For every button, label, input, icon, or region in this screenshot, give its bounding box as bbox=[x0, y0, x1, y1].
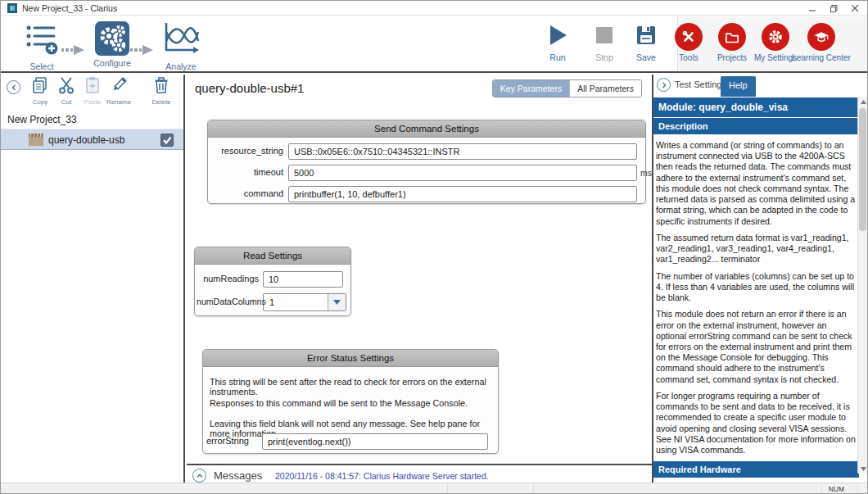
item-checkbox[interactable] bbox=[160, 134, 174, 147]
configure-gears-icon bbox=[95, 21, 129, 56]
test-title: query-double-usb#1 bbox=[195, 81, 304, 95]
select-list-icon bbox=[25, 44, 59, 58]
status-divider bbox=[821, 485, 822, 492]
tools-icon bbox=[675, 23, 703, 51]
command-input[interactable] bbox=[288, 186, 637, 202]
scroll-up-icon[interactable] bbox=[858, 97, 868, 107]
help-tabs: Test Settings Help bbox=[653, 75, 867, 97]
numdatacolumns-label: numDataColumns bbox=[197, 297, 260, 306]
paste-icon bbox=[84, 83, 102, 97]
pencil-icon bbox=[110, 83, 128, 97]
copy-icon bbox=[31, 83, 49, 97]
analyze-chart-icon bbox=[162, 44, 200, 58]
error-status-settings-group: Error Status Settings This string will b… bbox=[202, 349, 499, 454]
command-label: command bbox=[208, 188, 283, 198]
save-floppy-icon bbox=[635, 34, 657, 48]
description-header: Description bbox=[653, 118, 859, 134]
status-divider bbox=[857, 485, 858, 492]
messages-text: 2020/11/16 - 08:41:57: Clarius Hardware … bbox=[275, 471, 489, 481]
status-divider bbox=[533, 485, 534, 492]
app-icon bbox=[7, 3, 17, 13]
run-button[interactable]: Run bbox=[537, 25, 578, 62]
key-parameters-tab[interactable]: Key Parameters bbox=[493, 80, 569, 97]
close-button[interactable] bbox=[846, 2, 864, 14]
status-divider bbox=[447, 485, 448, 492]
resource-string-label: resource_string bbox=[208, 146, 283, 156]
read-settings-group: Read Settings numReadings 1 numDataColum… bbox=[194, 247, 351, 316]
stop-label: Stop bbox=[584, 52, 625, 62]
chevron-down-icon[interactable] bbox=[328, 294, 346, 310]
timeout-input[interactable] bbox=[288, 165, 637, 181]
nav-select-label: Select bbox=[16, 61, 68, 71]
description-paragraph: For longer programs requiring a number o… bbox=[656, 391, 856, 455]
sidebar-toolbar: Copy Cut Pa bbox=[1, 75, 183, 109]
module-title-bar: Module: query_double_visa bbox=[653, 97, 859, 117]
flow-arrow-icon bbox=[61, 44, 84, 59]
description-paragraph: This module does not return an error if … bbox=[656, 309, 856, 385]
delete-button[interactable]: Delete bbox=[145, 76, 178, 106]
trash-icon bbox=[152, 83, 170, 97]
scissors-icon bbox=[57, 83, 75, 97]
nav-configure-label: Configure bbox=[86, 58, 138, 68]
resource-string-input[interactable] bbox=[288, 143, 637, 160]
nav-analyze-label: Analyze bbox=[155, 61, 207, 71]
stop-square-icon bbox=[594, 34, 615, 48]
run-play-icon bbox=[547, 34, 568, 48]
clarius-window: New Project_33 - Clarius bbox=[0, 0, 868, 494]
titlebar: New Project_33 - Clarius bbox=[1, 1, 867, 16]
parameter-toggle: Key Parameters All Parameters bbox=[492, 79, 642, 97]
num-lock-indicator: NUM bbox=[829, 485, 844, 493]
help-scrollbar[interactable] bbox=[857, 97, 867, 474]
numdatacolumns-value: 1 bbox=[269, 297, 274, 307]
learning-center-button[interactable]: Learning Center bbox=[789, 23, 854, 62]
delete-label: Delete bbox=[145, 98, 178, 106]
errorstring-label: errorString bbox=[206, 436, 257, 446]
timeout-label: timeout bbox=[208, 167, 283, 177]
tab-help[interactable]: Help bbox=[721, 76, 756, 97]
error-note-2: Responses to this command will be sent t… bbox=[210, 398, 495, 408]
rename-label: Rename bbox=[102, 98, 135, 106]
errorstring-input[interactable] bbox=[262, 433, 488, 450]
project-sidebar: Copy Cut Pa bbox=[1, 75, 185, 484]
timeout-unit: ms bbox=[640, 168, 652, 178]
run-label: Run bbox=[537, 52, 578, 62]
collapse-left-button[interactable] bbox=[7, 80, 20, 94]
help-content: Module: query_double_visa Description Wr… bbox=[653, 97, 859, 484]
tree-item-label: query-double-usb bbox=[48, 134, 124, 146]
projects-folder-icon bbox=[718, 23, 746, 51]
error-status-settings-title: Error Status Settings bbox=[203, 350, 498, 367]
stop-button[interactable]: Stop bbox=[584, 25, 625, 62]
read-settings-title: Read Settings bbox=[195, 247, 350, 265]
error-note-1: This string will be sent after the read … bbox=[210, 377, 495, 397]
messages-label: Messages bbox=[214, 469, 262, 482]
collapse-right-button[interactable] bbox=[657, 78, 671, 92]
main-toolbar: Select Configure bbox=[1, 16, 867, 73]
minimize-button[interactable] bbox=[803, 2, 821, 14]
tab-test-settings[interactable]: Test Settings bbox=[675, 79, 726, 89]
project-name: New Project_33 bbox=[7, 114, 77, 125]
window-title: New Project_33 - Clarius bbox=[22, 3, 117, 13]
status-bar: NUM bbox=[1, 483, 867, 493]
learning-center-label: Learning Center bbox=[789, 53, 854, 62]
send-command-settings-group: Send Command Settings resource_string ti… bbox=[207, 120, 646, 204]
tree-item-query-double-usb[interactable]: query-double-usb bbox=[1, 129, 183, 150]
required-hardware-header: Required Hardware bbox=[653, 461, 859, 478]
rename-button[interactable]: Rename bbox=[102, 76, 135, 106]
settings-gear-icon bbox=[762, 23, 789, 51]
flow-arrow-icon bbox=[130, 44, 153, 59]
nav-select-button[interactable]: Select bbox=[16, 21, 68, 71]
test-module-icon bbox=[29, 134, 43, 149]
numreadings-input[interactable] bbox=[263, 271, 343, 288]
numdatacolumns-dropdown[interactable]: 1 bbox=[263, 293, 346, 311]
description-paragraph: Writes a command (or string of commands)… bbox=[656, 140, 856, 227]
configure-panel: query-double-usb#1 Key Parameters All Pa… bbox=[187, 75, 652, 484]
send-command-settings-title: Send Command Settings bbox=[208, 120, 645, 138]
description-paragraph: The assumed return data format is var1_r… bbox=[656, 233, 856, 265]
restore-button[interactable] bbox=[825, 2, 843, 14]
nav-analyze-button[interactable]: Analyze bbox=[155, 21, 207, 71]
help-panel: Test Settings Help Module: query_double_… bbox=[652, 75, 867, 484]
messages-collapse-button[interactable] bbox=[192, 469, 206, 483]
all-parameters-tab[interactable]: All Parameters bbox=[569, 80, 641, 97]
scroll-down-icon[interactable] bbox=[858, 464, 868, 474]
scrollbar-thumb[interactable] bbox=[859, 108, 866, 231]
